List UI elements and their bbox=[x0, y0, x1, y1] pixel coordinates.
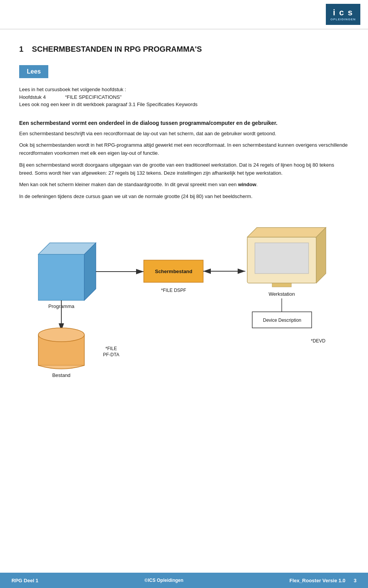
file-pf-dta-label2: PF-DTA bbox=[103, 352, 119, 357]
file-dspf-label: *FILE DSPF bbox=[161, 288, 186, 293]
schermbestand-label: Schermbestand bbox=[155, 269, 192, 274]
werkstation-label: Werkstation bbox=[269, 291, 295, 297]
lees-line3: Lees ook nog een keer in dit werkboek pa… bbox=[19, 101, 349, 108]
lees-box: Lees bbox=[19, 65, 48, 78]
svg-rect-9 bbox=[255, 243, 309, 274]
diagram-area: Programma Schermbestand *FILE DSPF bbox=[19, 216, 349, 377]
svg-marker-0 bbox=[38, 254, 84, 300]
devd-label: *DEVD bbox=[311, 338, 325, 344]
page-number: 3 bbox=[354, 578, 356, 583]
lees-line1: Lees in het cursusboek het volgende hoof… bbox=[19, 86, 349, 93]
ics-logo: i c s OPLEIDINGEN bbox=[326, 4, 360, 25]
lees-section: Lees in het cursusboek het volgende hoof… bbox=[19, 86, 349, 108]
chapter-title: 1 SCHERMBESTANDEN IN RPG PROGRAMMA'S bbox=[19, 45, 349, 54]
svg-rect-10 bbox=[272, 283, 291, 287]
svg-marker-12 bbox=[316, 228, 326, 283]
chapter-number: 1 bbox=[19, 45, 23, 53]
body-para-1: Een schermbestand beschrijft via een rec… bbox=[19, 130, 349, 138]
footer-center: ©ICS Opleidingen bbox=[145, 578, 184, 583]
lees-label: Lees bbox=[27, 68, 41, 75]
section-heading: Een schermbestand vormt een onderdeel in… bbox=[19, 120, 349, 126]
body-para-4: Men kan ook het scherm kleiner maken dan… bbox=[19, 181, 349, 189]
footer-right: Flex_Rooster Versie 1.0 3 bbox=[289, 578, 356, 583]
page-footer: RPG Deel 1 ©ICS Opleidingen Flex_Rooster… bbox=[0, 573, 368, 588]
svg-marker-11 bbox=[247, 228, 326, 237]
lees-line2: Hoofdstuk 4 “FILE SPECIFICATIONS” bbox=[19, 93, 349, 101]
chapter-title-text: SCHERMBESTANDEN IN RPG PROGRAMMA'S bbox=[32, 45, 202, 53]
device-desc-label: Device Description bbox=[263, 318, 301, 323]
body-para-5: In de oefeningen tijdens deze cursus gaa… bbox=[19, 193, 349, 201]
footer-left: RPG Deel 1 bbox=[12, 578, 38, 583]
page-header: i c s OPLEIDINGEN bbox=[0, 0, 368, 29]
body-para-3: Bij een schermbestand wordt doorgaans ui… bbox=[19, 161, 349, 177]
body-para-2: Ook bij schermbestanden wordt in het RPG… bbox=[19, 141, 349, 157]
logo-ics-text: i c s bbox=[333, 8, 353, 18]
diagram-svg: Programma Schermbestand *FILE DSPF bbox=[19, 216, 349, 377]
main-content: 1 SCHERMBESTANDEN IN RPG PROGRAMMA'S Lee… bbox=[0, 29, 368, 385]
file-pf-dta-label1: *FILE bbox=[105, 346, 117, 351]
logo-opleidingen-text: OPLEIDINGEN bbox=[330, 18, 356, 21]
bestand-label: Bestand bbox=[52, 372, 71, 377]
svg-point-17 bbox=[38, 328, 84, 342]
